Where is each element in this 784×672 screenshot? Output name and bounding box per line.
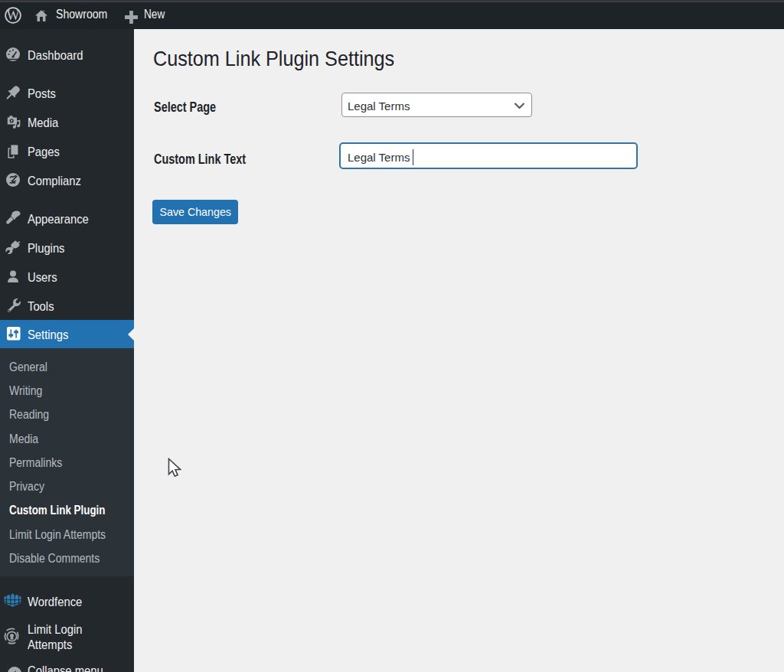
svg-text:W: W	[7, 8, 20, 23]
